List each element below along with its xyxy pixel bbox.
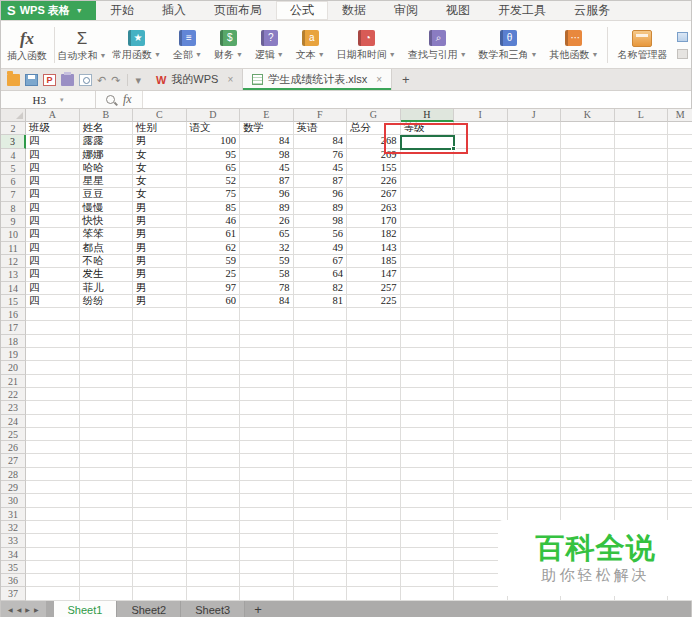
cell-K2[interactable] — [561, 122, 615, 135]
cell-E37[interactable] — [240, 587, 294, 600]
cell-D6[interactable]: 52 — [187, 175, 241, 188]
cell-A16[interactable] — [26, 308, 80, 321]
cell-E29[interactable] — [240, 481, 294, 494]
cell-D5[interactable]: 65 — [187, 162, 241, 175]
tab-my-wps[interactable]: W 我的WPS × — [147, 69, 242, 90]
cell-F6[interactable]: 87 — [294, 175, 348, 188]
cell-B34[interactable] — [80, 548, 134, 561]
cell-G17[interactable] — [347, 321, 401, 334]
cell-A13[interactable]: 四 — [26, 268, 80, 281]
column-header-B[interactable]: B — [80, 109, 134, 122]
cell-J15[interactable] — [508, 295, 562, 308]
cell-C31[interactable] — [133, 508, 187, 521]
cell-E16[interactable] — [240, 308, 294, 321]
cell-G35[interactable] — [347, 561, 401, 574]
cell-J29[interactable] — [508, 481, 562, 494]
cell-M2[interactable] — [668, 122, 692, 135]
cell-A12[interactable]: 四 — [26, 255, 80, 268]
cell-K7[interactable] — [561, 188, 615, 201]
sheet-tab-Sheet3[interactable]: Sheet3 — [181, 601, 245, 617]
cell-D11[interactable]: 62 — [187, 242, 241, 255]
row-header-29[interactable]: 29 — [1, 481, 26, 494]
cell-C28[interactable] — [133, 468, 187, 481]
cell-L28[interactable] — [615, 468, 669, 481]
cell-E3[interactable]: 84 — [240, 135, 294, 148]
row-header-13[interactable]: 13 — [1, 268, 26, 281]
cell-C26[interactable] — [133, 441, 187, 454]
cell-M31[interactable] — [668, 508, 692, 521]
cell-L21[interactable] — [615, 375, 669, 388]
column-header-F[interactable]: F — [294, 109, 348, 122]
cell-H29[interactable] — [401, 481, 455, 494]
cell-D2[interactable]: 语文 — [187, 122, 241, 135]
cell-I6[interactable] — [454, 175, 508, 188]
cell-J4[interactable] — [508, 149, 562, 162]
cell-G30[interactable] — [347, 494, 401, 507]
cell-L10[interactable] — [615, 228, 669, 241]
cell-C17[interactable] — [133, 321, 187, 334]
menu-tab-数据[interactable]: 数据 — [328, 1, 380, 20]
cell-D15[interactable]: 60 — [187, 295, 241, 308]
cell-A27[interactable] — [26, 454, 80, 467]
category-button-查找与引用[interactable]: ⌕查找与引用▼ — [402, 23, 473, 67]
add-sheet-button[interactable]: + — [245, 601, 271, 617]
cell-G36[interactable] — [347, 574, 401, 587]
cell-H12[interactable] — [401, 255, 455, 268]
cell-L25[interactable] — [615, 428, 669, 441]
wps-logo[interactable]: S WPS 表格 ▼ — [1, 1, 96, 20]
cell-F20[interactable] — [294, 361, 348, 374]
cell-F34[interactable] — [294, 548, 348, 561]
cell-E22[interactable] — [240, 388, 294, 401]
cell-J23[interactable] — [508, 401, 562, 414]
cell-M19[interactable] — [668, 348, 692, 361]
cell-F13[interactable]: 64 — [294, 268, 348, 281]
cell-D7[interactable]: 75 — [187, 188, 241, 201]
cell-G26[interactable] — [347, 441, 401, 454]
cell-K17[interactable] — [561, 321, 615, 334]
row-header-34[interactable]: 34 — [1, 548, 26, 561]
row-header-18[interactable]: 18 — [1, 335, 26, 348]
cell-C21[interactable] — [133, 375, 187, 388]
cell-B23[interactable] — [80, 401, 134, 414]
cell-C20[interactable] — [133, 361, 187, 374]
next-sheet-icon[interactable]: ▶ — [34, 606, 39, 613]
column-header-A[interactable]: A — [26, 109, 80, 122]
cell-E23[interactable] — [240, 401, 294, 414]
cell-M26[interactable] — [668, 441, 692, 454]
cell-A7[interactable]: 四 — [26, 188, 80, 201]
cell-G37[interactable] — [347, 587, 401, 600]
cell-C25[interactable] — [133, 428, 187, 441]
row-header-11[interactable]: 11 — [1, 242, 26, 255]
cell-B6[interactable]: 星星 — [80, 175, 134, 188]
cell-H4[interactable] — [401, 149, 455, 162]
cell-K13[interactable] — [561, 268, 615, 281]
cell-D12[interactable]: 59 — [187, 255, 241, 268]
cell-M30[interactable] — [668, 494, 692, 507]
cell-B27[interactable] — [80, 454, 134, 467]
cell-E25[interactable] — [240, 428, 294, 441]
cell-E2[interactable]: 数学 — [240, 122, 294, 135]
cell-L7[interactable] — [615, 188, 669, 201]
cell-F21[interactable] — [294, 375, 348, 388]
cell-G13[interactable]: 147 — [347, 268, 401, 281]
cell-K23[interactable] — [561, 401, 615, 414]
cell-K9[interactable] — [561, 215, 615, 228]
cell-G15[interactable]: 225 — [347, 295, 401, 308]
cell-E6[interactable]: 87 — [240, 175, 294, 188]
cell-G12[interactable]: 185 — [347, 255, 401, 268]
cell-E13[interactable]: 58 — [240, 268, 294, 281]
cell-L5[interactable] — [615, 162, 669, 175]
cell-I9[interactable] — [454, 215, 508, 228]
cell-K12[interactable] — [561, 255, 615, 268]
cell-E12[interactable]: 59 — [240, 255, 294, 268]
cell-D27[interactable] — [187, 454, 241, 467]
row-header-32[interactable]: 32 — [1, 521, 26, 534]
category-button-常用函数[interactable]: ★常用函数▼ — [106, 23, 167, 67]
row-header-35[interactable]: 35 — [1, 561, 26, 574]
cell-D22[interactable] — [187, 388, 241, 401]
save-icon[interactable] — [25, 74, 38, 86]
cell-E30[interactable] — [240, 494, 294, 507]
autosum-button[interactable]: Σ 自动求和▼ — [58, 23, 106, 67]
cell-B2[interactable]: 姓名 — [80, 122, 134, 135]
cell-K21[interactable] — [561, 375, 615, 388]
